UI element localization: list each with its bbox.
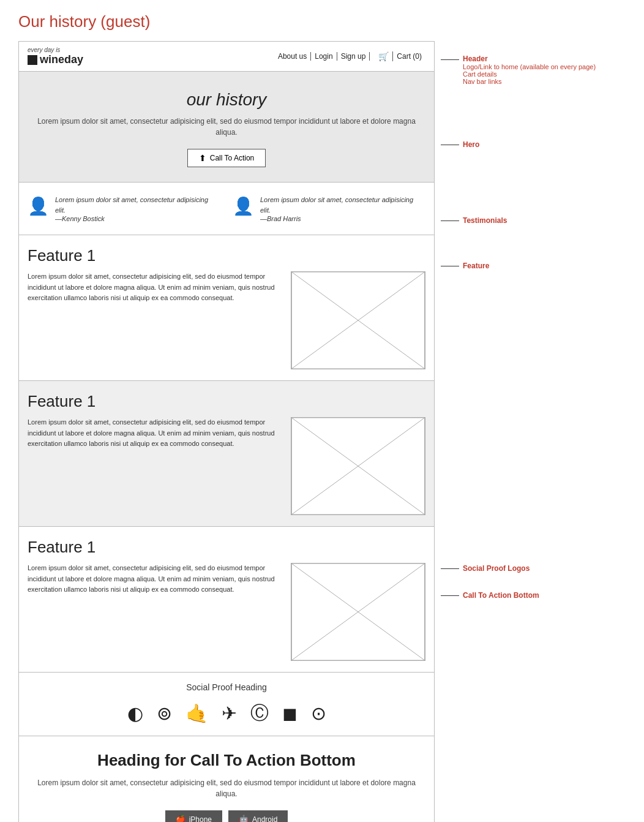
cta-label: Call To Action — [210, 154, 255, 162]
testimonial-item-2: 👤 Lorem ipsum dolor sit amet, consectetu… — [233, 195, 425, 222]
social-proof-heading: Social Proof Heading — [28, 682, 425, 692]
testimonial-item-1: 👤 Lorem ipsum dolor sit amet, consectetu… — [28, 195, 220, 222]
social-proof-ann-title: Social Proof Logos — [463, 564, 530, 573]
feature-image-1 — [291, 271, 425, 369]
header-ann-sub2: Cart details — [463, 70, 596, 78]
hero-annotation: Hero — [441, 140, 600, 149]
nav-login[interactable]: Login — [311, 52, 337, 61]
cta-bottom-annotation: Call To Action Bottom — [441, 591, 600, 600]
testimonials-ann-title: Testimonials — [463, 216, 507, 225]
testimonial-content-1: Lorem ipsum dolor sit amet, consectetur … — [55, 195, 220, 222]
header-ann-text: Header Logo/Link to home (available on e… — [463, 55, 596, 85]
social-proof-annotation: Social Proof Logos — [441, 564, 600, 573]
feature-text-2: Lorem ipsum dolor sit amet, consectetur … — [28, 417, 279, 450]
cta-bottom-body: Lorem ipsum dolor sit amet, consectetur … — [28, 777, 425, 799]
cta-bottom-section: Heading for Call To Action Bottom Lorem … — [19, 736, 434, 822]
header-annotation: Header Logo/Link to home (available on e… — [441, 55, 600, 85]
testimonials-section: 👤 Lorem ipsum dolor sit amet, consectetu… — [19, 183, 434, 235]
hero-body: Lorem ipsum dolor sit amet, consectetur … — [31, 116, 422, 138]
iphone-button[interactable]: 🍎 iPhone — [165, 810, 222, 822]
android-label: Android — [252, 815, 277, 823]
testimonial-text-2: Lorem ipsum dolor sit amet, consectetur … — [260, 195, 425, 215]
page-title: Our history (guest) — [18, 12, 626, 31]
feature-section-1: Feature 1 Lorem ipsum dolor sit amet, co… — [19, 235, 434, 381]
header-ann-title: Header — [463, 55, 596, 63]
cta-buttons: 🍎 iPhone 🤖 Android — [28, 810, 425, 822]
feature-content-2: Lorem ipsum dolor sit amet, consectetur … — [28, 417, 425, 515]
social-proof-section: Social Proof Heading ◐ ⊚ 🤙 ✈ Ⓒ ◼ ⊙ — [19, 673, 434, 736]
android-button[interactable]: 🤖 Android — [228, 810, 288, 822]
testimonial-author-1: —Kenny Bostick — [55, 215, 220, 222]
feature-text-3: Lorem ipsum dolor sit amet, consectetur … — [28, 563, 279, 595]
header-ann-sub3: Nav bar links — [463, 78, 596, 85]
feature-title-3: Feature 1 — [28, 538, 425, 557]
logo-placeholder-4: ✈ — [222, 703, 237, 724]
testimonial-content-2: Lorem ipsum dolor sit amet, consectetur … — [260, 195, 425, 222]
logo-text: wineday — [28, 53, 83, 66]
avatar-icon-2: 👤 — [233, 196, 254, 216]
feature-title-1: Feature 1 — [28, 246, 425, 265]
upload-icon: ⬆ — [199, 153, 206, 163]
iphone-label: iPhone — [189, 815, 212, 823]
apple-icon: 🍎 — [176, 815, 185, 822]
avatar-icon-1: 👤 — [28, 196, 49, 216]
cta-bottom-heading: Heading for Call To Action Bottom — [28, 751, 425, 770]
cta-bottom-ann-title: Call To Action Bottom — [463, 591, 539, 600]
nav-signup[interactable]: Sign up — [337, 52, 370, 61]
hero-ann-title: Hero — [463, 140, 479, 149]
logo-placeholder-5: Ⓒ — [250, 701, 269, 726]
logo-placeholder-6: ◼ — [282, 703, 298, 724]
logo-placeholder-1: ◐ — [127, 703, 143, 724]
feature-section-2: Feature 1 Lorem ipsum dolor sit amet, co… — [19, 381, 434, 527]
cart-icon: 🛒 — [375, 51, 393, 61]
feature-section-3: Feature 1 Lorem ipsum dolor sit amet, co… — [19, 527, 434, 673]
testimonial-text-1: Lorem ipsum dolor sit amet, consectetur … — [55, 195, 220, 215]
feature-ann-title: Feature — [463, 262, 489, 270]
feature-content-3: Lorem ipsum dolor sit amet, consectetur … — [28, 563, 425, 661]
cta-button[interactable]: ⬆ Call To Action — [187, 149, 266, 167]
feature-title-2: Feature 1 — [28, 392, 425, 411]
logo-placeholder-2: ⊚ — [157, 703, 172, 724]
android-icon: 🤖 — [239, 815, 249, 822]
header-ann-sub1: Logo/Link to home (available on every pa… — [463, 63, 596, 70]
wireframe-container: every day is wineday About us Login Sign… — [18, 41, 435, 822]
logo-square — [28, 55, 37, 65]
testimonial-author-2: —Brad Harris — [260, 215, 425, 222]
testimonials-annotation: Testimonials — [441, 216, 600, 225]
logo-placeholder-7: ⊙ — [311, 703, 326, 724]
hero-section: our history Lorem ipsum dolor sit amet, … — [19, 72, 434, 183]
feature-annotation: Feature — [441, 262, 600, 270]
nav-cart[interactable]: Cart (0) — [393, 52, 425, 61]
logo-area: every day is wineday — [28, 47, 83, 66]
nav-about[interactable]: About us — [274, 52, 311, 61]
nav-links: About us Login Sign up 🛒 Cart (0) — [274, 51, 425, 61]
logos-row: ◐ ⊚ 🤙 ✈ Ⓒ ◼ ⊙ — [28, 701, 425, 726]
tagline: every day is — [28, 47, 83, 53]
logo-placeholder-3: 🤙 — [185, 703, 208, 724]
header-section: every day is wineday About us Login Sign… — [19, 42, 434, 72]
feature-text-1: Lorem ipsum dolor sit amet, consectetur … — [28, 271, 279, 304]
feature-image-3 — [291, 563, 425, 661]
logo-name: wineday — [40, 53, 83, 66]
right-annotations: Header Logo/Link to home (available on e… — [441, 41, 600, 600]
hero-heading: our history — [31, 90, 422, 110]
feature-content-1: Lorem ipsum dolor sit amet, consectetur … — [28, 271, 425, 369]
feature-image-2 — [291, 417, 425, 515]
